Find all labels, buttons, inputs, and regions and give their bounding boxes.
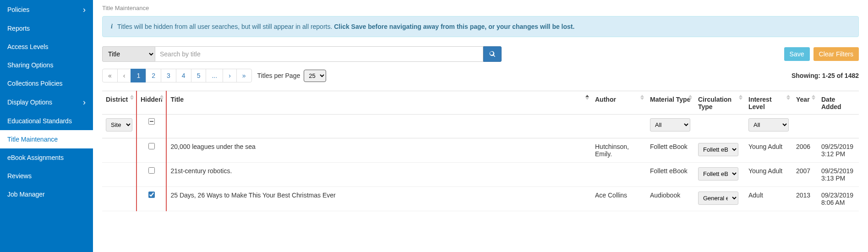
sidebar-item-label: Access Levels	[7, 43, 48, 50]
page-item[interactable]: 4	[176, 69, 191, 82]
sidebar-item-educational-standards[interactable]: Educational Standards	[0, 112, 93, 130]
circulation-type-select[interactable]: General eBook	[698, 192, 738, 205]
cell-author: Hutchinson, Emily.	[591, 138, 646, 163]
search-group: Title	[102, 46, 502, 62]
hidden-checkbox[interactable]	[148, 167, 155, 174]
sidebar-item-label: Policies	[7, 6, 29, 13]
sidebar-item-label: eBook Assignments	[7, 154, 64, 161]
pagination: «‹12345...›»	[102, 69, 252, 82]
table-row: 21st-century robotics.Follett eBookFolle…	[102, 163, 859, 187]
cell-author: Ace Collins	[591, 187, 646, 211]
col-district[interactable]: District	[102, 91, 136, 115]
circulation-type-select[interactable]: Follett eBook	[698, 143, 738, 156]
page-item[interactable]: ›	[223, 69, 237, 82]
sidebar-item-policies[interactable]: Policies	[0, 0, 93, 19]
circulation-type-select[interactable]: Follett eBook	[698, 167, 738, 181]
search-icon	[489, 51, 496, 57]
alert-bold: Click Save before navigating away from t…	[334, 23, 574, 30]
col-interest-level[interactable]: Interest Level	[745, 91, 792, 115]
col-material-type[interactable]: Material Type	[646, 91, 694, 115]
page-item[interactable]: 2	[146, 69, 161, 82]
filter-row: Site All All	[102, 115, 859, 138]
interest-level-filter-select[interactable]: All	[748, 118, 789, 131]
sort-icon	[738, 94, 743, 100]
cell-material-type: Follett eBook	[646, 138, 694, 163]
cell-year: 2007	[792, 163, 818, 187]
page-item[interactable]: ...	[206, 69, 223, 82]
page-item[interactable]: 5	[191, 69, 207, 82]
cell-interest-level: Young Adult	[745, 163, 792, 187]
cell-material-type: Audiobook	[646, 187, 694, 211]
page-item[interactable]: «	[102, 69, 118, 82]
cell-interest-level: Young Adult	[745, 138, 792, 163]
titles-table: District Hidden Title Author Material Ty…	[102, 91, 859, 211]
per-page-select[interactable]: 25	[304, 70, 326, 82]
table-row: 25 Days, 26 Ways to Make This Your Best …	[102, 187, 859, 211]
alert-text: Titles will be hidden from all user sear…	[117, 23, 575, 30]
hidden-checkbox[interactable]	[148, 143, 155, 149]
action-buttons: Save Clear Filters	[784, 47, 859, 61]
page-item[interactable]: 3	[161, 69, 176, 82]
sidebar-item-ebook-assignments[interactable]: eBook Assignments	[0, 148, 93, 167]
cell-year: 2013	[792, 187, 818, 211]
table-row: 20,000 leagues under the seaHutchinson, …	[102, 138, 859, 163]
sidebar-item-label: Educational Standards	[7, 117, 72, 125]
sort-icon	[811, 94, 816, 100]
search-input[interactable]	[155, 46, 483, 62]
cell-title: 20,000 leagues under the sea	[166, 138, 591, 163]
sort-icon	[130, 94, 134, 100]
sort-icon	[640, 94, 644, 100]
table-header-row: District Hidden Title Author Material Ty…	[102, 91, 859, 115]
col-year[interactable]: Year	[792, 91, 818, 115]
search-button[interactable]	[483, 46, 502, 62]
col-hidden[interactable]: Hidden	[136, 91, 166, 115]
cell-interest-level: Adult	[745, 187, 792, 211]
chevron-right-icon	[83, 98, 86, 106]
col-title[interactable]: Title	[166, 91, 591, 115]
search-field-select[interactable]: Title	[102, 46, 155, 62]
sidebar-item-title-maintenance[interactable]: Title Maintenance	[0, 130, 93, 148]
toolbar: Title Save Clear Filters	[102, 46, 859, 62]
col-circulation-type[interactable]: Circulation Type	[694, 91, 745, 115]
pager-left: «‹12345...›» Titles per Page 25	[102, 69, 326, 82]
material-type-filter-select[interactable]: All	[650, 118, 690, 131]
sort-icon	[786, 94, 791, 100]
col-date-added[interactable]: Date Added	[818, 91, 859, 115]
sort-icon	[688, 94, 693, 100]
alert-plain: Titles will be hidden from all user sear…	[117, 23, 334, 30]
page-item[interactable]: ‹	[117, 69, 131, 82]
main-content: Title Maintenance i Titles will be hidde…	[93, 0, 868, 252]
page-item[interactable]: »	[236, 69, 252, 82]
sidebar-item-display-options[interactable]: Display Options	[0, 93, 93, 112]
per-page-label: Titles per Page	[257, 72, 300, 79]
sidebar: PoliciesReportsAccess LevelsSharing Opti…	[0, 0, 93, 252]
save-button[interactable]: Save	[784, 47, 810, 61]
sidebar-item-label: Job Manager	[7, 191, 45, 198]
sidebar-item-sharing-options[interactable]: Sharing Options	[0, 56, 93, 74]
sidebar-item-label: Reports	[7, 25, 30, 32]
cell-author	[591, 163, 646, 187]
district-filter-select[interactable]: Site	[106, 118, 132, 131]
page-item[interactable]: 1	[131, 69, 146, 82]
sidebar-item-label: Title Maintenance	[7, 136, 58, 143]
sidebar-item-label: Sharing Options	[7, 61, 53, 69]
info-icon: i	[111, 23, 113, 30]
cell-title: 25 Days, 26 Ways to Make This Your Best …	[166, 187, 591, 211]
sidebar-item-reports[interactable]: Reports	[0, 19, 93, 38]
sidebar-item-label: Collections Policies	[7, 80, 63, 87]
cell-title: 21st-century robotics.	[166, 163, 591, 187]
titles-per-page: Titles per Page 25	[257, 70, 327, 82]
sidebar-item-reviews[interactable]: Reviews	[0, 167, 93, 185]
sidebar-item-label: Reviews	[7, 172, 32, 180]
hidden-select-all-checkbox[interactable]	[148, 118, 155, 125]
hidden-checkbox[interactable]	[148, 192, 155, 198]
sidebar-item-collections-policies[interactable]: Collections Policies	[0, 74, 93, 93]
sidebar-item-access-levels[interactable]: Access Levels	[0, 38, 93, 56]
page-title: Title Maintenance	[102, 5, 859, 11]
col-author[interactable]: Author	[591, 91, 646, 115]
sidebar-item-job-manager[interactable]: Job Manager	[0, 185, 93, 203]
showing-count: Showing: 1-25 of 1482	[792, 72, 859, 79]
cell-material-type: Follett eBook	[646, 163, 694, 187]
cell-date-added: 09/23/20198:06 AM	[818, 187, 859, 211]
clear-filters-button[interactable]: Clear Filters	[813, 47, 859, 61]
